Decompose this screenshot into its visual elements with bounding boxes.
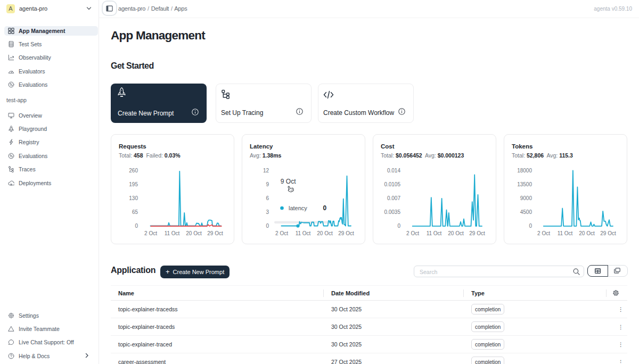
svg-text:0: 0 [397, 223, 400, 229]
svg-text:11 Oct: 11 Oct [558, 230, 573, 236]
svg-text:12: 12 [263, 168, 269, 173]
svg-text:29 Oct: 29 Oct [600, 230, 616, 236]
svg-text:0.0035: 0.0035 [384, 209, 400, 215]
svg-text:20 Oct: 20 Oct [317, 230, 333, 236]
svg-text:260: 260 [129, 168, 138, 173]
svg-text:2 Oct: 2 Oct [537, 230, 550, 236]
svg-text:20 Oct: 20 Oct [579, 230, 595, 236]
svg-text:latency: latency [289, 205, 307, 211]
svg-text:20 Oct: 20 Oct [186, 230, 202, 236]
svg-text:0.007: 0.007 [387, 195, 400, 201]
svg-text:0: 0 [323, 204, 327, 212]
svg-text:4500: 4500 [520, 209, 532, 215]
svg-text:0.0105: 0.0105 [384, 181, 400, 187]
svg-text:3: 3 [266, 209, 269, 215]
svg-text:11 Oct: 11 Oct [296, 230, 311, 236]
svg-text:2 Oct: 2 Oct [406, 230, 419, 236]
svg-text:29 Oct: 29 Oct [338, 230, 354, 236]
svg-text:18000: 18000 [517, 168, 532, 173]
svg-text:0: 0 [135, 223, 138, 229]
svg-text:6: 6 [266, 195, 269, 201]
svg-text:20 Oct: 20 Oct [448, 230, 464, 236]
svg-text:65: 65 [132, 209, 138, 215]
svg-text:195: 195 [129, 181, 138, 187]
svg-text:2 Oct: 2 Oct [275, 230, 288, 236]
svg-text:9000: 9000 [520, 195, 532, 201]
svg-text:29 Oct: 29 Oct [469, 230, 485, 236]
svg-text:9 Oct: 9 Oct [281, 178, 296, 185]
svg-text:11 Oct: 11 Oct [427, 230, 442, 236]
svg-text:0: 0 [266, 223, 269, 229]
svg-text:0.014: 0.014 [387, 168, 400, 173]
svg-text:13500: 13500 [517, 181, 532, 187]
svg-text:29 Oct: 29 Oct [207, 230, 223, 236]
svg-text:9: 9 [266, 181, 269, 187]
svg-text:2 Oct: 2 Oct [144, 230, 157, 236]
svg-text:0: 0 [529, 223, 532, 229]
svg-text:11 Oct: 11 Oct [165, 230, 180, 236]
svg-text:130: 130 [129, 195, 138, 201]
